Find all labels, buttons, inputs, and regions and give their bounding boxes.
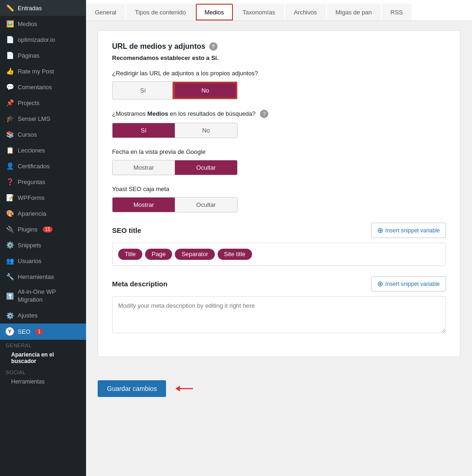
tag-site-title[interactable]: Site title <box>218 249 252 260</box>
rate-icon: 👍 <box>6 67 14 75</box>
meta-description-section: Meta description ⊕ Insert snippet variab… <box>112 276 446 335</box>
sidebar-item-wpforms[interactable]: 📝 WPForms <box>0 190 86 205</box>
sidebar-item-sensei[interactable]: 🎓 Sensei LMS <box>0 111 86 126</box>
question1-no-btn[interactable]: No <box>173 82 237 99</box>
plugins-badge: 15 <box>43 226 53 232</box>
sensei-icon: 🎓 <box>6 114 14 123</box>
question4-group: Yoast SEO caja meta Mostrar Ocultar <box>112 185 446 212</box>
question1-toggle: Sí No <box>112 81 238 99</box>
sidebar: ✏️ Entradas 🖼️ Medios 📄 optimizador.io 📄… <box>0 0 86 476</box>
tab-rss[interactable]: RSS <box>382 4 412 20</box>
wpforms-icon: 📝 <box>6 193 14 202</box>
question3-ocultar-btn[interactable]: Ocultar <box>175 160 237 175</box>
snippets-icon: ⚙️ <box>6 241 14 249</box>
help-icon[interactable]: ? <box>209 42 218 51</box>
save-button[interactable]: Guardar cambios <box>98 380 166 397</box>
usuarios-icon: 👥 <box>6 257 14 265</box>
question2-label: ¿Mostramos Medios en los resultados de b… <box>112 110 446 118</box>
sidebar-item-projects[interactable]: 📌 Projects <box>0 95 86 111</box>
question3-toggle: Mostrar Ocultar <box>112 160 238 175</box>
sidebar-subitem-apariencia[interactable]: Apariencia en el buscador <box>0 349 86 367</box>
ajustes-icon: ⚙️ <box>6 311 14 320</box>
sidebar-item-usuarios[interactable]: 👥 Usuarios <box>0 253 86 269</box>
insert-snippet-btn-title[interactable]: ⊕ Insert snippet variable <box>371 223 446 238</box>
question2-si-btn[interactable]: Sí <box>113 123 175 138</box>
question2-toggle: Sí No <box>112 123 238 138</box>
sidebar-item-comentarios[interactable]: 💬 Comentarios <box>0 79 86 95</box>
optimizador-icon: 📄 <box>6 35 14 44</box>
sidebar-item-entradas[interactable]: ✏️ Entradas <box>0 0 86 16</box>
comentarios-icon: 💬 <box>6 83 14 91</box>
main-content: General Tipos de contenido Medios Taxono… <box>86 0 472 476</box>
sidebar-item-preguntas[interactable]: ❓ Preguntas <box>0 174 86 190</box>
paginas-icon: 📄 <box>6 51 14 60</box>
tag-page[interactable]: Page <box>145 249 172 260</box>
sidebar-item-snippets[interactable]: ⚙️ Snippets <box>0 237 86 253</box>
sidebar-item-herramientas[interactable]: 🔧 Herramientas <box>0 269 86 284</box>
question1-si-btn[interactable]: Sí <box>113 82 173 99</box>
tabs-bar: General Tipos de contenido Medios Taxono… <box>86 0 472 21</box>
sidebar-item-apariencia[interactable]: 🎨 Apariencia <box>0 205 86 221</box>
sidebar-item-allinone[interactable]: ⬆️ All-in-One WP Migration <box>0 284 86 308</box>
sidebar-item-cursos[interactable]: 📚 Cursos <box>0 126 86 142</box>
tab-medios[interactable]: Medios <box>196 4 233 20</box>
seo-title-header: SEO title ⊕ Insert snippet variable <box>112 223 446 238</box>
content-area: URL de medios y adjuntos ? Recomendamos … <box>86 21 472 376</box>
sidebar-subitem-herramientas[interactable]: Herramientas <box>0 376 86 387</box>
question1-label: ¿Redirigir las URL de adjuntos a los pro… <box>112 70 446 77</box>
sidebar-item-lecciones[interactable]: 📋 Lecciones <box>0 142 86 158</box>
recommendation-text: Recomendamos establecer esto a Sí. <box>112 54 446 61</box>
tab-taxonomias[interactable]: Taxonomías <box>234 4 284 20</box>
question3-mostrar-btn[interactable]: Mostrar <box>113 160 175 175</box>
arrow-indicator <box>175 384 194 393</box>
tab-migas[interactable]: Migas de pan <box>327 4 381 20</box>
arrow-left-icon <box>175 384 194 393</box>
tab-general[interactable]: General <box>86 4 125 20</box>
sidebar-item-seo[interactable]: Y SEO 1 ◀ <box>0 324 86 340</box>
apariencia-icon: 🎨 <box>6 209 14 218</box>
question2-group: ¿Mostramos Medios en los resultados de b… <box>112 110 446 138</box>
seo-badge: 1 <box>35 329 43 335</box>
meta-desc-label: Meta description <box>112 280 167 288</box>
question3-label: Fecha en la vista previa de Google <box>112 148 446 155</box>
projects-icon: 📌 <box>6 99 14 107</box>
seo-arrow-icon: ◀ <box>75 327 80 336</box>
tag-separator[interactable]: Separator <box>175 249 214 260</box>
sidebar-item-certificados[interactable]: 👤 Certificados <box>0 158 86 174</box>
seo-social-label: Social <box>0 367 86 376</box>
sidebar-item-rate-my-post[interactable]: 👍 Rate my Post <box>0 63 86 79</box>
question3-group: Fecha en la vista previa de Google Mostr… <box>112 148 446 175</box>
card-title-area: URL de medios y adjuntos ? <box>112 42 446 51</box>
cursos-icon: 📚 <box>6 130 14 139</box>
card-title-text: URL de medios y adjuntos <box>112 42 206 51</box>
sidebar-item-medios[interactable]: 🖼️ Medios <box>0 16 86 32</box>
question4-label: Yoast SEO caja meta <box>112 185 446 192</box>
herramientas-icon: 🔧 <box>6 272 14 281</box>
allinone-icon: ⬆️ <box>6 292 14 300</box>
preguntas-icon: ❓ <box>6 178 14 186</box>
question4-ocultar-btn[interactable]: Ocultar <box>175 198 237 212</box>
question4-toggle: Mostrar Ocultar <box>112 197 238 212</box>
sidebar-item-plugins[interactable]: 🔌 Plugins 15 <box>0 221 86 237</box>
seo-title-tags[interactable]: Title Page Separator Site title <box>112 243 446 266</box>
tab-archivos[interactable]: Archivos <box>285 4 326 20</box>
sidebar-item-optimizador[interactable]: 📄 optimizador.io <box>0 32 86 47</box>
sidebar-item-paginas[interactable]: 📄 Páginas <box>0 47 86 63</box>
save-area: Guardar cambios <box>86 376 472 411</box>
lecciones-icon: 📋 <box>6 146 14 154</box>
sidebar-item-ajustes[interactable]: ⚙️ Ajustes <box>0 308 86 324</box>
question4-mostrar-btn[interactable]: Mostrar <box>113 198 175 212</box>
seo-icon: Y <box>6 327 14 336</box>
tag-title[interactable]: Title <box>118 249 142 260</box>
tab-tipos[interactable]: Tipos de contenido <box>126 4 194 20</box>
meta-description-textarea[interactable] <box>112 296 446 333</box>
plus-icon-meta: ⊕ <box>377 279 383 288</box>
main-card: URL de medios y adjuntos ? Recomendamos … <box>98 30 460 357</box>
seo-title-label: SEO title <box>112 226 141 234</box>
meta-desc-header: Meta description ⊕ Insert snippet variab… <box>112 276 446 291</box>
medios-icon: 🖼️ <box>6 20 14 28</box>
question2-no-btn[interactable]: No <box>175 123 237 138</box>
insert-snippet-btn-meta[interactable]: ⊕ Insert snippet variable <box>371 276 446 291</box>
entradas-icon: ✏️ <box>6 4 14 12</box>
question2-help-icon[interactable]: ? <box>260 110 268 118</box>
